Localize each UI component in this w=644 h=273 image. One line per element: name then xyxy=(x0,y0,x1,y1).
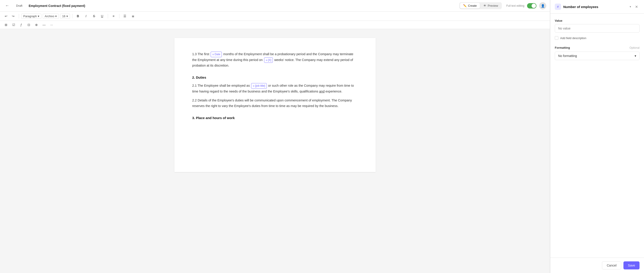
optional-badge: Optional xyxy=(630,46,640,49)
section-2-1-text-end: experience. xyxy=(326,90,342,93)
paragraph-label: Paragraph xyxy=(23,14,37,18)
section-1-3: 1.3 The first ⊕ Date months of the Emplo… xyxy=(192,51,358,68)
editor-page: 1.3 The first ⊕ Date months of the Emplo… xyxy=(174,38,376,172)
toolbar-divider-4 xyxy=(119,14,120,18)
divider-button[interactable]: — xyxy=(41,22,48,28)
top-bar: ← Draft Employment Contract (fixed payme… xyxy=(0,0,550,12)
formula-button[interactable]: ƒ xyxy=(18,22,24,28)
draft-label: Draft xyxy=(16,4,22,7)
back-button[interactable]: ← xyxy=(4,2,11,9)
underline-button[interactable]: U xyxy=(99,13,106,19)
job-title-tag-label: [job title] xyxy=(255,84,265,88)
job-tag-icon: ⊕ xyxy=(253,84,254,88)
block-button[interactable]: ⊞ xyxy=(3,22,10,28)
create-tab-label: Create xyxy=(468,4,477,7)
toolbar-divider-2 xyxy=(72,14,72,18)
size-chevron: ▾ xyxy=(66,14,68,18)
undo-button[interactable]: ↩ xyxy=(3,13,10,19)
panel-body: Value Add field description Formatting O… xyxy=(550,14,644,258)
users-button[interactable]: 👤 xyxy=(539,2,546,9)
create-tab[interactable]: ✏️ Create xyxy=(460,3,480,8)
paragraph-chevron: ▾ xyxy=(38,14,39,18)
right-panel: # Number of employees ▾ ✕ Value Add fiel… xyxy=(550,0,644,273)
toolbar-row1: ↩ ↪ Paragraph ▾ Archivo ▾ 16 ▾ B I S U ≡… xyxy=(0,12,550,21)
panel-title: Number of employees xyxy=(563,5,628,9)
size-select[interactable]: 16 ▾ xyxy=(60,14,70,19)
x-tag[interactable]: ⊕ [X] xyxy=(264,57,273,63)
toolbar-row2: ⊞ ☑ ƒ ⊡ ⊕ — ··· xyxy=(0,21,550,29)
x-tag-icon: ⊕ xyxy=(266,58,268,62)
formatting-dropdown[interactable]: No formatting ▾ xyxy=(555,52,640,60)
draft-tab[interactable]: Draft xyxy=(14,3,25,9)
formatting-chevron-icon: ▾ xyxy=(634,54,636,58)
section-3-heading: 3. Place and hours of work xyxy=(192,116,358,120)
tag-icon: ⊕ xyxy=(212,52,214,56)
x-tag-label: [X] xyxy=(268,58,272,62)
panel-field-icon: # xyxy=(555,3,561,10)
formatting-value: No formatting xyxy=(558,54,577,58)
section-2-2: 2.2 Details of the Employee's duties wil… xyxy=(192,98,358,109)
align-button[interactable]: ≡ xyxy=(110,13,117,19)
panel-header: # Number of employees ▾ ✕ xyxy=(550,0,644,14)
italic-button[interactable]: I xyxy=(83,13,90,19)
add-description-checkbox[interactable] xyxy=(555,36,558,40)
section-2-1-text-before: 2.1 The Employee shall be employed as xyxy=(192,84,251,87)
panel-close-button[interactable]: ✕ xyxy=(633,3,640,10)
date-tag-label: Date xyxy=(215,52,220,56)
list-button[interactable]: ☰ xyxy=(122,13,128,19)
toolbar-divider-1 xyxy=(19,14,19,18)
undo-redo-group: ↩ ↪ xyxy=(3,13,16,19)
bold-button[interactable]: B xyxy=(75,13,82,19)
editor-content: 1.3 The first ⊕ Date months of the Emplo… xyxy=(0,29,550,273)
font-chevron: ▾ xyxy=(55,14,57,18)
value-input[interactable] xyxy=(555,24,640,33)
strikethrough-button[interactable]: S xyxy=(91,13,98,19)
paragraph-select[interactable]: Paragraph ▾ xyxy=(21,14,41,19)
section-1-3-text-before: 1.3 The first xyxy=(192,52,210,56)
ordered-list-button[interactable]: ≣ xyxy=(130,13,136,19)
font-label: Archivo xyxy=(45,14,54,18)
section-2-1: 2.1 The Employee shall be employed as ⊕ … xyxy=(192,83,358,94)
job-title-tag[interactable]: ⊕ [job title] xyxy=(251,83,267,88)
panel-footer: Cancel Save xyxy=(550,258,644,273)
more-button[interactable]: ··· xyxy=(48,22,55,28)
panel-chevron-icon[interactable]: ▾ xyxy=(630,5,631,8)
editor-area: ← Draft Employment Contract (fixed payme… xyxy=(0,0,550,273)
attach-button[interactable]: ⊕ xyxy=(33,22,40,28)
add-description-label: Add field description xyxy=(560,36,586,40)
full-text-label: Full text editing xyxy=(506,4,524,7)
font-select[interactable]: Archivo ▾ xyxy=(43,14,59,19)
full-text-toggle[interactable] xyxy=(527,3,536,8)
formatting-label: Formatting xyxy=(555,46,570,49)
size-label: 16 xyxy=(62,14,65,18)
toolbar-divider-3 xyxy=(108,14,108,18)
value-label: Value xyxy=(555,19,640,22)
formatting-row: Formatting Optional xyxy=(555,46,640,49)
section-2-heading: 2. Duties xyxy=(192,75,358,79)
tab-group: ✏️ Create 👁 Preview xyxy=(459,2,502,9)
preview-tab-label: Preview xyxy=(488,4,498,7)
eye-icon: 👁 xyxy=(484,4,486,7)
users-icon: 👤 xyxy=(541,4,545,7)
date-tag[interactable]: ⊕ Date xyxy=(211,52,222,57)
checkbox-button[interactable]: ☑ xyxy=(10,22,17,28)
table-button[interactable]: ⊡ xyxy=(26,22,32,28)
add-description-row: Add field description xyxy=(555,36,640,40)
redo-button[interactable]: ↪ xyxy=(10,13,16,19)
document-title: Employment Contract (fixed payment) xyxy=(28,4,86,7)
hash-icon: # xyxy=(557,5,559,8)
save-button[interactable]: Save xyxy=(624,261,640,270)
pencil-icon: ✏️ xyxy=(463,4,467,7)
close-icon: ✕ xyxy=(635,5,638,9)
section-2-1-underline: and xyxy=(319,90,324,93)
preview-tab[interactable]: 👁 Preview xyxy=(480,3,501,8)
cancel-button[interactable]: Cancel xyxy=(602,261,621,270)
